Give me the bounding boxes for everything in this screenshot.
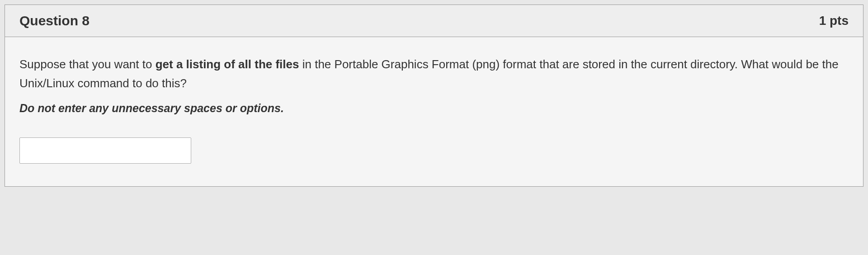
- question-points: 1 pts: [819, 14, 849, 28]
- answer-input[interactable]: [19, 137, 191, 164]
- question-text-prefix: Suppose that you want to: [19, 57, 156, 71]
- question-instruction: Do not enter any unnecessary spaces or o…: [19, 102, 849, 115]
- question-header: Question 8 1 pts: [5, 5, 863, 37]
- question-title: Question 8: [19, 13, 90, 28]
- question-container: Question 8 1 pts Suppose that you want t…: [5, 5, 863, 187]
- question-text: Suppose that you want to get a listing o…: [19, 55, 849, 93]
- question-text-bold: get a listing of all the files: [156, 57, 299, 71]
- question-body: Suppose that you want to get a listing o…: [5, 37, 863, 186]
